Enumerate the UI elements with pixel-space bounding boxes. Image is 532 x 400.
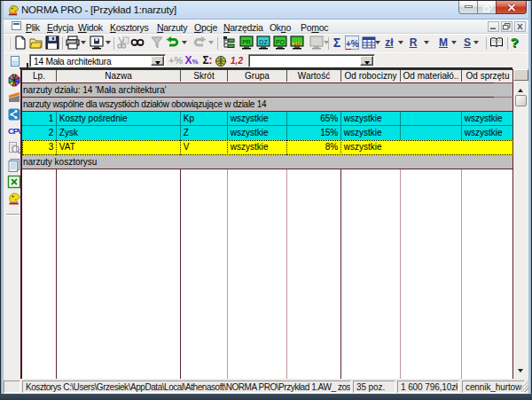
svg-text:SM: SM (293, 41, 301, 46)
svg-text:PR: PR (242, 39, 251, 45)
svg-text:DZ: DZ (259, 39, 268, 45)
svg-text:PO: PO (276, 39, 286, 45)
